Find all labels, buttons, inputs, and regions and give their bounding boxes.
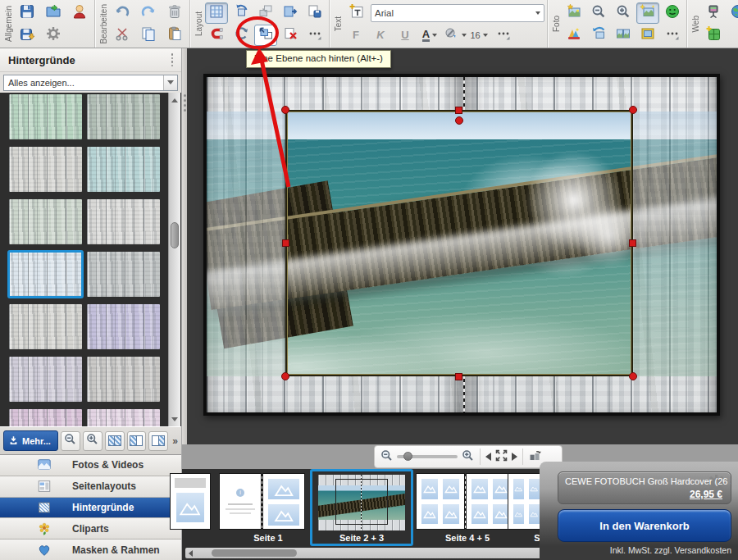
- background-thumbnail[interactable]: [9, 409, 82, 426]
- sidebar-item-hintergruende[interactable]: Hintergründe: [0, 498, 181, 519]
- delete-element-button[interactable]: [279, 25, 302, 46]
- underline-button[interactable]: U: [394, 25, 417, 46]
- add-text-button[interactable]: [344, 2, 369, 24]
- spread-pages[interactable]: [207, 77, 717, 412]
- thumb-smaller-button[interactable]: [61, 431, 80, 451]
- zoom-out-icon[interactable]: [380, 448, 394, 466]
- add-to-cart-button[interactable]: In den Warenkorb: [558, 509, 731, 542]
- handle-top-center[interactable]: [455, 107, 462, 114]
- internet-button[interactable]: [727, 2, 738, 24]
- chevron-down-icon[interactable]: [163, 75, 177, 90]
- apply-right-page-button[interactable]: [148, 431, 168, 451]
- background-thumbnail[interactable]: [9, 357, 82, 402]
- prev-page-icon[interactable]: [485, 453, 491, 461]
- apply-both-pages-button[interactable]: [105, 431, 125, 451]
- rotate-handle[interactable]: [455, 116, 463, 125]
- page-thumb-cover[interactable]: [171, 474, 210, 529]
- background-thumbnail[interactable]: [9, 252, 82, 297]
- photo-more-button[interactable]: [661, 25, 684, 46]
- zoom-slider-handle[interactable]: [403, 452, 412, 461]
- sidebar-item-cliparts[interactable]: Cliparts: [0, 518, 181, 540]
- sidebar-item-fotos-videos[interactable]: Fotos & Videos: [0, 455, 181, 476]
- frame-button[interactable]: [636, 25, 659, 46]
- font-color-button[interactable]: A: [418, 25, 441, 46]
- fit-view-icon[interactable]: [494, 448, 508, 466]
- next-page-icon[interactable]: [512, 453, 517, 461]
- copy-button[interactable]: [136, 25, 161, 46]
- background-thumbnail[interactable]: [87, 94, 160, 139]
- smiley-button[interactable]: [661, 2, 684, 24]
- background-thumbnail[interactable]: [87, 199, 160, 244]
- background-thumbnail[interactable]: [87, 304, 160, 349]
- photo-crop-area[interactable]: [287, 112, 631, 375]
- slideshow-button[interactable]: [702, 2, 725, 24]
- save-as-button[interactable]: [15, 25, 39, 46]
- scroll-left-icon[interactable]: [185, 550, 196, 557]
- background-thumbnail[interactable]: [9, 199, 82, 244]
- spread-rotate-icon[interactable]: [528, 448, 542, 466]
- photo-zoom-out-button[interactable]: [587, 2, 610, 24]
- horizontal-scrollbar[interactable]: [185, 548, 556, 558]
- autofix-button[interactable]: [563, 25, 585, 46]
- settings-button[interactable]: [41, 25, 66, 46]
- apply-left-page-button[interactable]: [127, 431, 147, 451]
- move-element-button[interactable]: [279, 2, 302, 24]
- handle-top-right[interactable]: [629, 106, 637, 114]
- page-thumb-seite-2-3[interactable]: [318, 475, 405, 530]
- background-thumbnail[interactable]: [87, 357, 160, 402]
- drag-handle-icon[interactable]: [171, 53, 174, 66]
- add-photo-button[interactable]: [563, 2, 585, 24]
- scrollbar-thumb[interactable]: [171, 222, 179, 248]
- handle-mid-right[interactable]: [629, 239, 636, 247]
- font-size-select[interactable]: 16: [467, 25, 490, 46]
- panel-splitter[interactable]: [182, 48, 187, 444]
- rotate-photo-button[interactable]: [587, 25, 610, 46]
- save-button[interactable]: [15, 2, 39, 24]
- background-filter-select[interactable]: Alles anzeigen...: [3, 75, 178, 91]
- text-more-button[interactable]: [492, 25, 515, 46]
- cut-button[interactable]: [110, 25, 134, 46]
- rotate-page-button[interactable]: [230, 2, 253, 24]
- font-family-select[interactable]: Arial: [371, 4, 544, 22]
- expand-chevron[interactable]: »: [172, 435, 178, 447]
- layer-forward-button[interactable]: [254, 2, 277, 24]
- add-web-button[interactable]: [702, 25, 725, 46]
- fill-color-button[interactable]: [443, 25, 466, 46]
- italic-button[interactable]: K: [369, 25, 392, 46]
- background-thumbnail[interactable]: [9, 147, 82, 192]
- more-backgrounds-button[interactable]: Mehr...: [3, 430, 58, 451]
- book-spread[interactable]: [203, 74, 720, 416]
- handle-bottom-right[interactable]: [629, 372, 637, 380]
- scroll-up-icon[interactable]: [169, 94, 180, 106]
- handle-bottom-left[interactable]: [281, 372, 289, 380]
- thumb-larger-button[interactable]: [83, 431, 102, 451]
- sidebar-item-masken-rahmen[interactable]: Masken & Rahmen: [0, 540, 181, 560]
- save-layout-button[interactable]: [303, 2, 326, 24]
- zoom-in-icon[interactable]: [461, 448, 475, 466]
- page-thumb-seite-1[interactable]: i: [220, 474, 304, 529]
- profile-button[interactable]: [67, 2, 92, 24]
- layer-back-button[interactable]: [254, 25, 277, 46]
- grid-button[interactable]: [205, 2, 228, 24]
- background-thumbnail[interactable]: [87, 409, 160, 426]
- photo-zoom-in-button[interactable]: [612, 2, 635, 24]
- vertical-scrollbar[interactable]: [168, 93, 180, 426]
- enhance-button[interactable]: [636, 2, 659, 24]
- page-thumb-seite-4-5[interactable]: [417, 474, 514, 529]
- handle-bottom-center[interactable]: [455, 373, 462, 380]
- open-button[interactable]: [41, 2, 66, 24]
- zoom-slider[interactable]: [397, 455, 458, 458]
- scroll-down-icon[interactable]: [169, 413, 180, 425]
- paste-button[interactable]: [162, 25, 187, 46]
- background-thumbnail[interactable]: [9, 94, 82, 139]
- redo-button[interactable]: [136, 2, 161, 24]
- sidebar-item-seitenlayouts[interactable]: Seitenlayouts: [0, 476, 181, 498]
- bold-button[interactable]: F: [344, 25, 367, 46]
- editor-canvas[interactable]: [187, 48, 738, 444]
- handle-top-left[interactable]: [281, 106, 289, 114]
- background-thumbnail[interactable]: [9, 304, 82, 349]
- background-thumbnail[interactable]: [87, 147, 160, 192]
- magnet-button[interactable]: [205, 25, 228, 46]
- background-thumbnail[interactable]: [87, 252, 160, 297]
- scrollbar-thumb[interactable]: [212, 549, 297, 557]
